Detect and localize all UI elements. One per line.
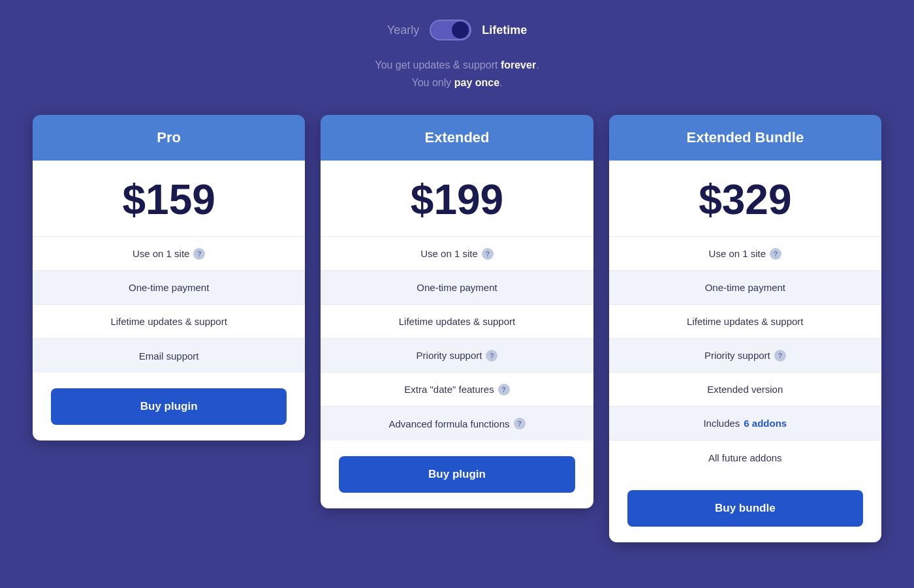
- feature-row-extended-bundle-1: One-time payment: [609, 271, 881, 305]
- feature-row-pro-2: Lifetime updates & support: [33, 305, 305, 339]
- plan-btn-section-extended-bundle: Buy bundle: [609, 474, 881, 542]
- plan-price-section-extended: $199: [321, 161, 593, 237]
- plan-card-pro: Pro$159Use on 1 site?One-time paymentLif…: [33, 115, 305, 441]
- feature-text-extended-bundle-0: Use on 1 site: [709, 248, 766, 259]
- feature-row-extended-bundle-0: Use on 1 site?: [609, 237, 881, 271]
- plan-card-extended-bundle: Extended Bundle$329Use on 1 site?One-tim…: [609, 115, 881, 542]
- feature-text-extended-4: Extra "date" features: [404, 384, 494, 395]
- plan-body-extended-bundle: $329Use on 1 site?One-time paymentLifeti…: [609, 161, 881, 474]
- feature-row-extended-bundle-3: Priority support?: [609, 339, 881, 373]
- buy-button-extended-bundle[interactable]: Buy bundle: [627, 490, 863, 527]
- feature-text-extended-bundle-3: Priority support: [704, 350, 770, 361]
- plan-price-extended-bundle: $329: [699, 176, 791, 223]
- feature-text-extended-1: One-time payment: [417, 282, 497, 293]
- feature-row-extended-bundle-2: Lifetime updates & support: [609, 305, 881, 339]
- plan-body-pro: $159Use on 1 site?One-time paymentLifeti…: [33, 161, 305, 373]
- feature-text-extended-0: Use on 1 site: [420, 248, 478, 259]
- toggle-knob: [452, 22, 469, 39]
- help-icon-extended-bundle-3[interactable]: ?: [774, 350, 786, 362]
- plan-card-extended: Extended$199Use on 1 site?One-time payme…: [321, 115, 593, 508]
- plan-price-section-pro: $159: [33, 161, 305, 237]
- feature-text-extended-bundle-2: Lifetime updates & support: [687, 316, 803, 327]
- plan-price-section-extended-bundle: $329: [609, 161, 881, 237]
- feature-row-extended-5: Advanced formula functions?: [321, 407, 593, 441]
- feature-row-pro-3: Email support: [33, 339, 305, 373]
- feature-text-pro-2: Lifetime updates & support: [110, 316, 227, 327]
- plan-header-extended: Extended: [321, 115, 593, 161]
- plan-header-extended-bundle: Extended Bundle: [609, 115, 881, 161]
- feature-row-extended-bundle-4: Extended version: [609, 373, 881, 407]
- addon-link-extended-bundle-5[interactable]: 6 addons: [744, 418, 787, 429]
- help-icon-extended-3[interactable]: ?: [486, 350, 497, 362]
- plan-title-extended-bundle: Extended Bundle: [686, 129, 804, 146]
- buy-button-pro[interactable]: Buy plugin: [51, 388, 287, 425]
- feature-text-extended-5: Advanced formula functions: [388, 418, 509, 429]
- feature-row-pro-1: One-time payment: [33, 271, 305, 305]
- feature-text-pro-3: Email support: [139, 350, 199, 362]
- help-icon-extended-bundle-0[interactable]: ?: [770, 248, 781, 260]
- feature-row-extended-1: One-time payment: [321, 271, 593, 305]
- pricing-cards-row: Pro$159Use on 1 site?One-time paymentLif…: [33, 115, 881, 542]
- plan-body-extended: $199Use on 1 site?One-time paymentLifeti…: [321, 161, 593, 441]
- plan-header-pro: Pro: [33, 115, 305, 161]
- feature-text-pro-1: One-time payment: [129, 282, 209, 293]
- help-icon-pro-0[interactable]: ?: [193, 248, 205, 260]
- feature-row-extended-0: Use on 1 site?: [321, 237, 593, 271]
- subtitle-line1: You get updates & support forever.: [375, 56, 539, 74]
- plan-btn-section-pro: Buy plugin: [33, 373, 305, 441]
- plan-price-pro: $159: [122, 176, 215, 223]
- plan-title-pro: Pro: [157, 129, 181, 146]
- billing-toggle-row: Yearly Lifetime: [387, 20, 527, 40]
- feature-row-pro-0: Use on 1 site?: [33, 237, 305, 271]
- plan-price-extended: $199: [411, 176, 503, 223]
- feature-text-extended-bundle-4: Extended version: [707, 384, 783, 395]
- plan-title-extended: Extended: [424, 129, 489, 146]
- feature-row-extended-bundle-6: All future addons: [609, 441, 881, 474]
- help-icon-extended-4[interactable]: ?: [498, 384, 510, 395]
- feature-row-extended-2: Lifetime updates & support: [321, 305, 593, 339]
- help-icon-extended-5[interactable]: ?: [514, 418, 526, 429]
- feature-row-extended-bundle-5: Includes 6 addons: [609, 407, 881, 441]
- subtitle-line2: You only pay once.: [375, 74, 539, 91]
- yearly-label: Yearly: [387, 23, 419, 37]
- help-icon-extended-0[interactable]: ?: [482, 248, 494, 260]
- feature-row-extended-3: Priority support?: [321, 339, 593, 373]
- feature-text-extended-3: Priority support: [417, 350, 482, 361]
- feature-text-extended-2: Lifetime updates & support: [399, 316, 515, 327]
- feature-text-extended-bundle-5: Includes: [703, 418, 740, 429]
- feature-row-extended-4: Extra "date" features?: [321, 373, 593, 407]
- feature-text-extended-bundle-1: One-time payment: [705, 282, 785, 293]
- plan-btn-section-extended: Buy plugin: [321, 441, 593, 508]
- buy-button-extended[interactable]: Buy plugin: [339, 456, 575, 493]
- billing-toggle-switch[interactable]: [430, 20, 471, 40]
- feature-text-extended-bundle-6: All future addons: [708, 452, 782, 463]
- lifetime-label: Lifetime: [482, 23, 527, 37]
- billing-subtitle: You get updates & support forever. You o…: [375, 56, 539, 91]
- feature-text-pro-0: Use on 1 site: [133, 248, 190, 259]
